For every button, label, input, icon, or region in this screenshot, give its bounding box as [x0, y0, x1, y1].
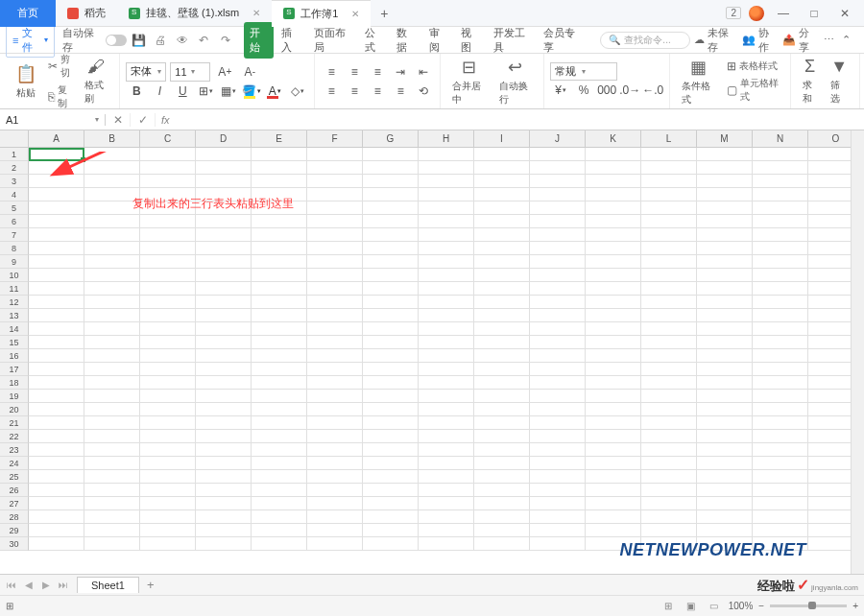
more-button[interactable]: ⋯: [824, 34, 834, 46]
cell[interactable]: [84, 457, 140, 470]
cell[interactable]: [474, 457, 530, 470]
cell[interactable]: [29, 430, 84, 443]
cell[interactable]: [530, 255, 586, 269]
tab-view[interactable]: 视图: [455, 22, 485, 59]
formula-input[interactable]: [176, 114, 864, 126]
cell[interactable]: [252, 148, 307, 161]
select-all-corner[interactable]: [0, 130, 29, 148]
cell[interactable]: [196, 470, 252, 484]
cell[interactable]: [641, 255, 697, 269]
cell[interactable]: [697, 430, 753, 443]
cell[interactable]: [252, 228, 307, 242]
cell[interactable]: [586, 228, 641, 242]
cell[interactable]: [363, 201, 419, 215]
cell[interactable]: [530, 228, 586, 242]
cell-border-button[interactable]: ▦: [218, 82, 239, 101]
cell[interactable]: [753, 524, 808, 537]
cell[interactable]: [419, 470, 474, 484]
col-header[interactable]: C: [140, 130, 196, 148]
cell[interactable]: [140, 175, 196, 188]
cell[interactable]: [84, 443, 140, 457]
cell[interactable]: [419, 322, 474, 336]
cell[interactable]: [140, 537, 196, 551]
clear-button[interactable]: ◇: [287, 82, 308, 101]
cancel-formula-button[interactable]: ✕: [106, 113, 131, 127]
cell[interactable]: [29, 510, 84, 524]
cell[interactable]: [697, 282, 753, 296]
cell[interactable]: [753, 309, 808, 322]
cell[interactable]: [419, 349, 474, 363]
cell[interactable]: [697, 443, 753, 457]
cell[interactable]: [252, 510, 307, 524]
cell[interactable]: [29, 403, 84, 416]
cell[interactable]: [252, 416, 307, 430]
cell[interactable]: [641, 457, 697, 470]
cell[interactable]: [196, 457, 252, 470]
cell[interactable]: [641, 296, 697, 309]
cell[interactable]: [753, 484, 808, 497]
cell[interactable]: [363, 443, 419, 457]
cell[interactable]: [140, 242, 196, 255]
sheet-prev-button[interactable]: ◀: [21, 578, 36, 593]
col-header[interactable]: I: [474, 130, 530, 148]
percent-button[interactable]: %: [573, 81, 594, 100]
cell[interactable]: [530, 242, 586, 255]
cell[interactable]: [84, 430, 140, 443]
cell[interactable]: [697, 484, 753, 497]
cell[interactable]: [419, 282, 474, 296]
cell[interactable]: [641, 322, 697, 336]
collab-button[interactable]: 👥 协作: [742, 26, 776, 55]
cell[interactable]: [641, 484, 697, 497]
row-header[interactable]: 2: [0, 161, 29, 175]
cell[interactable]: [530, 201, 586, 215]
cell[interactable]: [84, 282, 140, 296]
cell[interactable]: [84, 322, 140, 336]
cell[interactable]: [586, 443, 641, 457]
merge-button[interactable]: ⊟ 合并居中: [446, 57, 491, 107]
cell[interactable]: [419, 497, 474, 510]
badge[interactable]: 2: [726, 7, 741, 19]
cell[interactable]: [641, 161, 697, 175]
cell[interactable]: [140, 403, 196, 416]
cell[interactable]: [419, 416, 474, 430]
close-button[interactable]: ✕: [833, 4, 856, 23]
cell[interactable]: [641, 497, 697, 510]
cell[interactable]: [753, 376, 808, 390]
cell[interactable]: [140, 269, 196, 282]
cell[interactable]: [252, 497, 307, 510]
cell[interactable]: [586, 255, 641, 269]
cell[interactable]: [84, 161, 140, 175]
cell[interactable]: [530, 443, 586, 457]
increase-decimal-button[interactable]: .0→: [619, 81, 640, 100]
cell[interactable]: [419, 510, 474, 524]
cell[interactable]: [363, 510, 419, 524]
cell[interactable]: [641, 349, 697, 363]
align-top-button[interactable]: ≡: [321, 62, 342, 82]
cell[interactable]: [419, 336, 474, 349]
cell[interactable]: [641, 390, 697, 403]
cell[interactable]: [84, 484, 140, 497]
justify-button[interactable]: ≡: [390, 82, 411, 101]
currency-button[interactable]: ¥: [550, 81, 571, 100]
cell[interactable]: [753, 161, 808, 175]
cell[interactable]: [252, 390, 307, 403]
cell[interactable]: [252, 430, 307, 443]
collapse-ribbon-button[interactable]: ⌃: [842, 34, 851, 46]
cell[interactable]: [753, 269, 808, 282]
cell[interactable]: [29, 457, 84, 470]
cell[interactable]: [84, 470, 140, 484]
row-header[interactable]: 16: [0, 349, 29, 363]
sum-button[interactable]: Σ 求和: [797, 57, 823, 106]
cell[interactable]: [474, 363, 530, 376]
cell[interactable]: [697, 363, 753, 376]
cell[interactable]: [29, 228, 84, 242]
cell[interactable]: [474, 188, 530, 201]
cell[interactable]: [753, 457, 808, 470]
cell[interactable]: [419, 201, 474, 215]
cell[interactable]: [196, 148, 252, 161]
cell[interactable]: [252, 336, 307, 349]
cell[interactable]: [140, 161, 196, 175]
cell[interactable]: [252, 309, 307, 322]
row-header[interactable]: 13: [0, 309, 29, 322]
row-header[interactable]: 14: [0, 322, 29, 336]
